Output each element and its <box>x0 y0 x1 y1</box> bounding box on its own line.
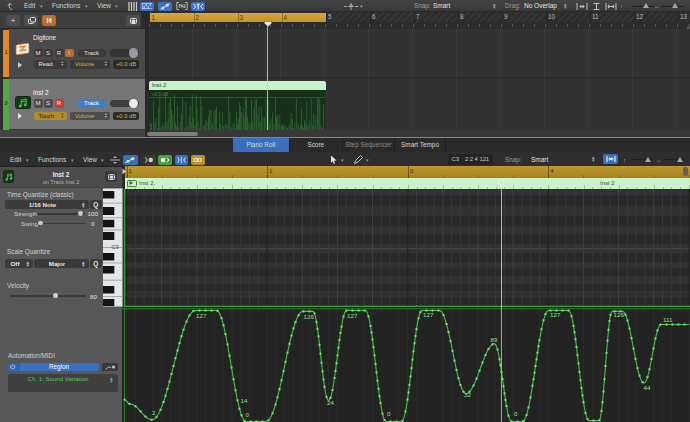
svg-text:127: 127 <box>550 311 561 318</box>
svg-text:111: 111 <box>663 316 673 323</box>
svg-text:127: 127 <box>423 311 434 318</box>
svg-text:14: 14 <box>241 397 248 404</box>
svg-text:127: 127 <box>196 312 207 319</box>
svg-text:+0.0 dB: +0.0 dB <box>152 92 168 97</box>
svg-text:126: 126 <box>304 313 315 320</box>
svg-text:44: 44 <box>644 384 651 391</box>
svg-text:2: 2 <box>152 409 156 416</box>
svg-text:32: 32 <box>464 391 471 398</box>
svg-text:89: 89 <box>491 336 498 343</box>
svg-text:C3: C3 <box>111 244 118 250</box>
svg-text:0: 0 <box>246 411 250 418</box>
svg-text:0: 0 <box>514 410 518 417</box>
svg-text:24: 24 <box>327 399 334 406</box>
svg-text:0: 0 <box>387 410 391 417</box>
svg-text:127: 127 <box>347 312 358 319</box>
svg-text:126: 126 <box>614 311 625 318</box>
